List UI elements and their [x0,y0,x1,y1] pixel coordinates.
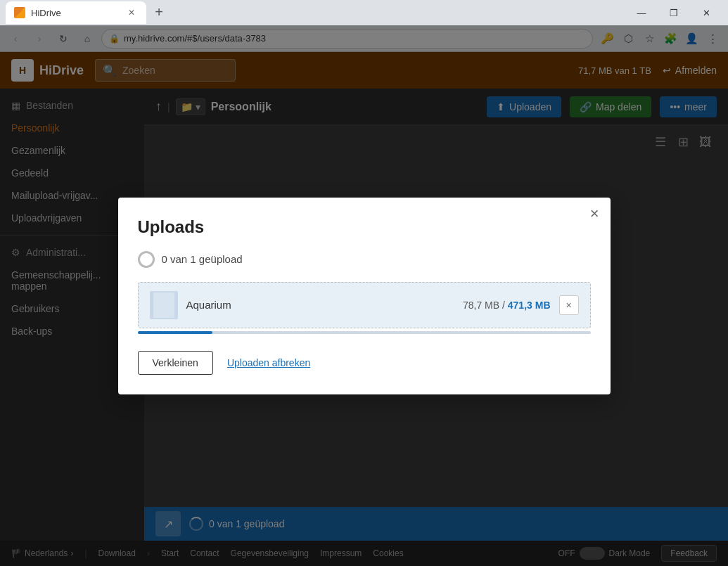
folder-icon-inner [153,292,174,318]
tab-favicon [14,7,25,18]
modal-overlay: × Uploads 0 van 1 geüpload Aquarium 78,7… [0,25,728,566]
upload-progress-fill [138,331,213,334]
app-container: H HiDrive 🔍 71,7 MB van 1 TB ↩ Afmelden … [0,52,728,566]
upload-status: 0 van 1 geüpload [138,251,591,268]
status-circle-icon [138,251,155,268]
close-button[interactable]: ✕ [690,1,722,24]
file-remove-button[interactable]: × [559,295,579,315]
modal-title: Uploads [138,217,591,237]
file-size-current: 78,7 MB [463,300,499,311]
tab-title: HiDrive [31,8,61,18]
file-size-total: 471,3 MB [508,300,551,311]
afbreken-button[interactable]: Uploaden afbreken [227,357,310,368]
modal-actions: Verkleinen Uploaden afbreken [138,351,591,375]
upload-status-text: 0 van 1 geüpload [162,253,243,265]
file-folder-icon [150,291,178,319]
upload-modal: × Uploads 0 van 1 geüpload Aquarium 78,7… [118,198,611,394]
upload-progress-bar [138,331,591,334]
restore-button[interactable]: ❐ [658,1,690,24]
verkleinen-button[interactable]: Verkleinen [138,351,213,375]
tab-close-button[interactable]: ✕ [125,6,138,19]
browser-title-bar: HiDrive ✕ + — ❐ ✕ [0,0,728,25]
browser-tab-active[interactable]: HiDrive ✕ [6,1,146,24]
minimize-button[interactable]: — [625,1,658,24]
new-tab-button[interactable]: + [149,2,169,22]
file-name: Aquarium [186,299,454,311]
window-controls: — ❐ ✕ [625,1,722,24]
file-size: 78,7 MB / 471,3 MB [463,300,551,311]
modal-close-button[interactable]: × [590,206,599,221]
file-size-separator: / [502,300,508,311]
upload-file-item: Aquarium 78,7 MB / 471,3 MB × [138,282,591,328]
